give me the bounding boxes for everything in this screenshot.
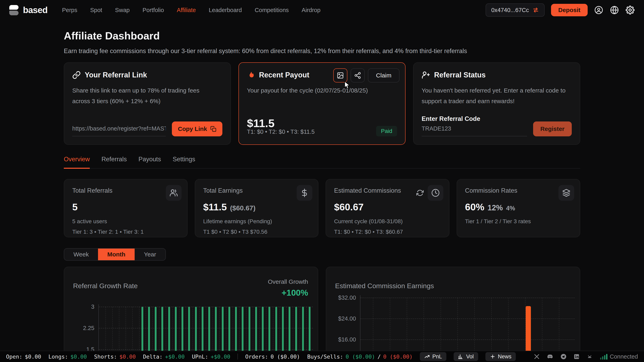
stat-value: 5 <box>72 202 179 213</box>
period-month[interactable]: Month <box>98 249 135 260</box>
tier1-rate: 60% <box>465 202 484 213</box>
period-year[interactable]: Year <box>135 249 166 260</box>
payout-tier-breakdown: T1: $0 • T2: $0 • T3: $11.5 <box>247 128 314 135</box>
globe-icon[interactable] <box>610 5 619 15</box>
stat-line1: Lifetime earnings (Pending) <box>203 218 310 225</box>
recent-payout-card-title: Recent Payout <box>259 71 309 79</box>
nav-item-spot[interactable]: Spot <box>90 7 102 13</box>
overall-growth-label: Overall Growth <box>268 278 308 285</box>
y-axis-label: $32.00 <box>338 295 356 301</box>
pnl-button[interactable]: PnL <box>420 352 446 361</box>
plus-icon <box>490 354 496 360</box>
linkedin-icon[interactable] <box>574 354 580 360</box>
trend-icon <box>424 354 430 360</box>
chart-title: Referral Growth Rate <box>73 282 138 290</box>
tab-payouts[interactable]: Payouts <box>138 156 161 168</box>
status-value: 0 ($0.00) <box>383 354 412 360</box>
payout-amount: $11.5 <box>247 117 274 130</box>
tab-referrals[interactable]: Referrals <box>102 156 127 168</box>
stat-value-secondary: ($60.67) <box>230 204 256 212</box>
layers-icon <box>558 185 574 201</box>
social-icons <box>534 353 593 360</box>
referral-status-card-title: Referral Status <box>434 71 486 79</box>
period-week[interactable]: Week <box>64 249 98 260</box>
stat-line1: 5 active users <box>72 218 179 225</box>
referral-status-description: You haven't been referred yet. Enter a r… <box>422 85 572 106</box>
nav-item-leaderboard[interactable]: Leaderboard <box>209 7 242 13</box>
referral-link-description: Share this link to earn up to 78% of tra… <box>72 85 222 106</box>
status-label: Orders: <box>245 354 268 360</box>
nav-item-swap[interactable]: Swap <box>115 7 130 13</box>
status-divider <box>238 354 238 360</box>
copy-icon <box>210 126 216 132</box>
discord-icon[interactable] <box>546 353 554 360</box>
referral-growth-chart-card: Referral Growth Rate Overall Growth +100… <box>64 267 318 362</box>
total-earnings-card: Total Earnings $11.5 ($60.67) Lifetime e… <box>195 179 318 237</box>
charts-row: Referral Growth Rate Overall Growth +100… <box>64 267 580 362</box>
y-axis-label: $16.00 <box>338 336 356 343</box>
flame-icon <box>247 71 255 79</box>
page-title: Affiliate Dashboard <box>64 30 580 42</box>
referral-link-input[interactable]: https://based.one/register?ref=MASTE <box>72 125 166 136</box>
register-button[interactable]: Register <box>533 121 572 136</box>
news-button[interactable]: News <box>486 352 516 361</box>
news-label: News <box>498 354 512 360</box>
status-segment: Open:$0.00 <box>6 354 41 360</box>
status-label: Open: <box>6 354 22 360</box>
stat-line2: T1: $0 • T2: $0 • T3: $60.67 <box>334 229 441 235</box>
status-segment: UPnL:+$0.00 <box>192 354 230 360</box>
status-value: 0 ($0.00) <box>346 354 375 360</box>
referral-status-card: Referral Status You haven't been referre… <box>413 62 580 145</box>
copy-link-button[interactable]: Copy Link <box>172 121 222 136</box>
connection-status: Connected <box>600 353 638 360</box>
vol-button[interactable]: Vol <box>454 352 478 361</box>
claim-button[interactable]: Claim <box>368 68 400 82</box>
user-plus-icon <box>422 71 430 79</box>
stat-line1: Current cycle (01/08-31/08) <box>334 218 441 225</box>
y-axis-label: 2.25 <box>83 325 94 332</box>
status-metrics: Open:$0.00Longs:$0.00Shorts:$0.00Delta:+… <box>6 354 412 360</box>
brand[interactable]: based <box>9 5 48 15</box>
signal-bars-icon <box>600 354 607 360</box>
status-label: Longs: <box>48 354 68 360</box>
account-icon[interactable] <box>594 5 603 15</box>
page-subtitle: Earn trading fee commissions through our… <box>64 47 580 55</box>
referral-code-input[interactable]: TRADE123 <box>422 125 527 136</box>
users-icon <box>166 185 182 201</box>
dollar-icon <box>297 185 312 201</box>
bottom-status-bar: Open:$0.00Longs:$0.00Shorts:$0.00Delta:+… <box>0 351 644 362</box>
telegram-icon[interactable] <box>560 353 567 360</box>
referral-link-card: Your Referral Link Share this link to ea… <box>64 62 231 145</box>
overall-growth-value: +100% <box>282 288 308 298</box>
status-label: UPnL: <box>192 354 208 360</box>
swap-arrows-icon <box>532 7 539 13</box>
stat-title: Total Referrals <box>72 187 179 194</box>
nav-item-affiliate[interactable]: Affiliate <box>177 7 196 13</box>
android-icon[interactable] <box>586 353 593 360</box>
status-value: +$0.00 <box>211 354 230 360</box>
wallet-address-pill[interactable]: 0x4740...67Cc <box>486 3 544 17</box>
y-axis-label: $24.00 <box>338 315 356 322</box>
x-twitter-icon[interactable] <box>534 354 540 360</box>
deposit-button[interactable]: Deposit <box>551 4 588 16</box>
commission-earnings-chart-card: Estimated Commission Earnings $32.00$24.… <box>326 267 580 362</box>
stat-line2: T1 $0 • T2 $0 • T3 $70.56 <box>203 229 310 235</box>
clock-icon <box>428 185 443 201</box>
status-value: / <box>378 354 381 360</box>
refresh-icon[interactable] <box>416 189 424 196</box>
estimated-commissions-card: Estimated Commissions $60.67 Current cyc… <box>326 179 450 237</box>
share-button[interactable] <box>350 68 365 82</box>
stat-value: $11.5 <box>203 202 227 213</box>
status-label: Delta: <box>143 354 162 360</box>
tab-overview[interactable]: Overview <box>64 156 90 169</box>
nav-item-perps[interactable]: Perps <box>62 7 77 13</box>
copy-link-label: Copy Link <box>178 125 207 132</box>
image-icon <box>337 72 344 79</box>
nav-item-airdrop[interactable]: Airdrop <box>302 7 320 13</box>
stat-line2: Tier 1: 3 • Tier 2: 1 • Tier 3: 1 <box>72 229 179 235</box>
tab-settings[interactable]: Settings <box>173 156 195 168</box>
settings-gear-icon[interactable] <box>626 5 635 15</box>
nav-item-competitions[interactable]: Competitions <box>255 7 289 13</box>
nav-item-portfolio[interactable]: Portfolio <box>142 7 164 13</box>
status-value: $0.00 <box>119 354 136 360</box>
